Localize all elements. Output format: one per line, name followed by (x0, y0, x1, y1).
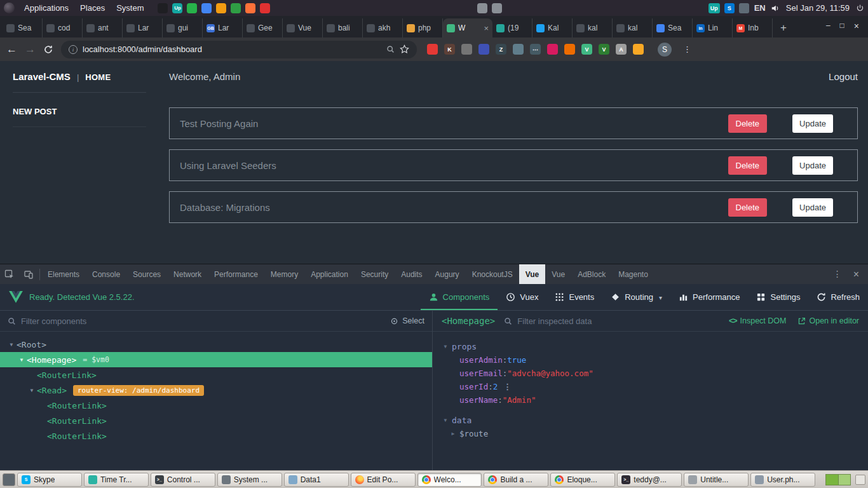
data-section-header[interactable]: data (442, 413, 859, 427)
browser-tab[interactable]: Gee (243, 18, 283, 37)
tree-row[interactable]: <Read> router-view: /admin/dashboard (0, 383, 432, 398)
inspect-dom-button[interactable]: Inspect DOM (729, 316, 787, 325)
vue-refresh-button[interactable]: Refresh (808, 284, 868, 310)
taskbar-window-button[interactable]: User.ph... (750, 473, 815, 487)
browser-tab-active[interactable]: W (443, 18, 492, 37)
update-button[interactable]: Update (792, 198, 833, 217)
show-desktop-icon[interactable] (3, 473, 15, 486)
extension-icon[interactable] (547, 44, 558, 55)
forward-icon[interactable]: → (25, 44, 36, 55)
taskbar-window-button[interactable]: Time Tr... (84, 473, 149, 487)
tree-row[interactable]: <RouterLink> (0, 413, 432, 428)
devtools-tab-augury[interactable]: Augury (429, 264, 466, 284)
spotify-icon[interactable] (187, 3, 197, 13)
devtools-tab-knockoutjs[interactable]: KnockoutJS (466, 264, 519, 284)
prop-entry[interactable]: userName "Admin" (442, 393, 859, 407)
taskbar-window-button[interactable]: System ... (217, 473, 282, 487)
extension-icon[interactable]: ⋯ (530, 44, 541, 55)
open-in-editor-button[interactable]: Open in editor (797, 316, 859, 325)
trash-icon[interactable] (855, 475, 865, 485)
tree-row[interactable]: <RouterLink> (0, 367, 432, 383)
browser-tab[interactable]: Sea (3, 18, 43, 37)
expand-icon[interactable] (449, 431, 457, 437)
devtools-tab-performance[interactable]: Performance (208, 264, 264, 284)
app-red-icon[interactable] (260, 3, 270, 13)
volume-icon[interactable] (771, 4, 780, 13)
workspace-active[interactable] (826, 475, 838, 485)
browser-tab[interactable]: gui (163, 18, 203, 37)
prop-entry[interactable]: userId 2 (442, 380, 859, 393)
filter-components-input[interactable] (21, 316, 385, 326)
chart-icon[interactable] (231, 3, 241, 13)
extension-icon[interactable]: Z (496, 44, 506, 55)
devtools-tab-adblock[interactable]: AdBlock (571, 264, 612, 284)
update-button[interactable]: Update (792, 114, 833, 133)
tree-row[interactable]: <Root> (0, 337, 432, 352)
sidebar-item-home[interactable]: HOME (85, 72, 111, 82)
maximize-icon[interactable] (840, 21, 844, 31)
delete-button[interactable]: Delete (728, 114, 768, 133)
taskbar-window-button-active[interactable]: Welco... (417, 473, 482, 487)
devtools-tab-audits[interactable]: Audits (395, 264, 428, 284)
collapse-icon[interactable] (442, 344, 449, 349)
workspace-switcher[interactable] (825, 474, 851, 485)
devtools-tab-console[interactable]: Console (86, 264, 126, 284)
minimize-icon[interactable] (826, 21, 831, 31)
collapse-icon[interactable] (442, 417, 449, 423)
extension-icon[interactable] (478, 44, 489, 55)
devtools-tab-sources[interactable]: Sources (126, 264, 167, 284)
up-indicator-icon[interactable]: Up (709, 3, 720, 13)
devtools-tab-network[interactable]: Network (167, 264, 208, 284)
chrome-icon[interactable] (201, 3, 212, 13)
delete-button[interactable]: Delete (728, 156, 768, 175)
browser-tab[interactable]: inLin (693, 18, 733, 37)
vue-tab-settings[interactable]: Settings (748, 284, 808, 310)
data-entry[interactable]: $route (442, 427, 859, 440)
vue-tab-vuex[interactable]: Vuex (498, 284, 546, 310)
taskbar-window-button[interactable]: Untitle... (684, 473, 749, 487)
taskbar-window-button[interactable]: >_ teddy@... (617, 473, 682, 487)
devtools-tab-magento[interactable]: Magento (612, 264, 654, 284)
tree-row[interactable]: <RouterLink> (0, 428, 432, 444)
browser-tab[interactable]: ant (83, 18, 123, 37)
mic-icon[interactable] (477, 3, 487, 13)
devtools-close-icon[interactable] (853, 269, 859, 280)
taskbar-window-button[interactable]: Eloque... (550, 473, 615, 487)
sidebar-item-new-post[interactable]: NEW POST (13, 107, 146, 127)
devtools-more-icon[interactable] (833, 269, 842, 280)
devtools-tab-vue[interactable]: Vue (545, 264, 571, 284)
back-icon[interactable]: ← (6, 44, 17, 55)
keyboard-layout-indicator[interactable]: EN (750, 3, 770, 13)
reload-icon[interactable] (43, 44, 53, 55)
inspect-element-icon[interactable] (0, 269, 19, 280)
vue-tab-routing[interactable]: Routing (602, 284, 670, 310)
display-icon[interactable] (492, 3, 502, 13)
devtools-tab-vue-active[interactable]: Vue (519, 264, 546, 284)
address-bar[interactable]: i localhost:8000/admin/dashboard (61, 41, 417, 58)
firefox-icon[interactable] (245, 3, 255, 13)
brand-title[interactable]: Laravel-CMS (13, 71, 71, 82)
delete-button[interactable]: Delete (728, 198, 768, 217)
browser-tab[interactable]: Vue (283, 18, 323, 37)
browser-tab[interactable]: php (403, 18, 443, 37)
profile-avatar[interactable]: S (658, 43, 672, 57)
prop-entry[interactable]: userAdmin true (442, 353, 859, 367)
extension-icon[interactable] (513, 44, 524, 55)
vue-tab-events[interactable]: Events (546, 284, 602, 310)
tree-row-selected[interactable]: <Homepage> = $vm0 (0, 352, 432, 367)
logout-link[interactable]: Logout (829, 71, 858, 82)
extension-icon[interactable] (633, 44, 644, 55)
expand-icon[interactable] (27, 388, 37, 393)
browser-tab[interactable]: kal (613, 18, 653, 37)
vue-tab-performance[interactable]: Performance (670, 284, 748, 310)
extension-icon[interactable] (461, 44, 472, 55)
select-component-button[interactable]: Select (390, 316, 424, 325)
browser-tab[interactable]: kal (573, 18, 613, 37)
extension-icon[interactable]: V (599, 44, 609, 55)
clock[interactable]: Sel Jan 29, 11:59 (781, 3, 855, 13)
adblock-icon[interactable] (427, 44, 438, 55)
devtools-tab-security[interactable]: Security (355, 264, 395, 284)
browser-tab[interactable]: cod (43, 18, 83, 37)
app-orange-icon[interactable] (216, 3, 226, 13)
taskbar-window-button[interactable]: S Skype (17, 473, 82, 487)
